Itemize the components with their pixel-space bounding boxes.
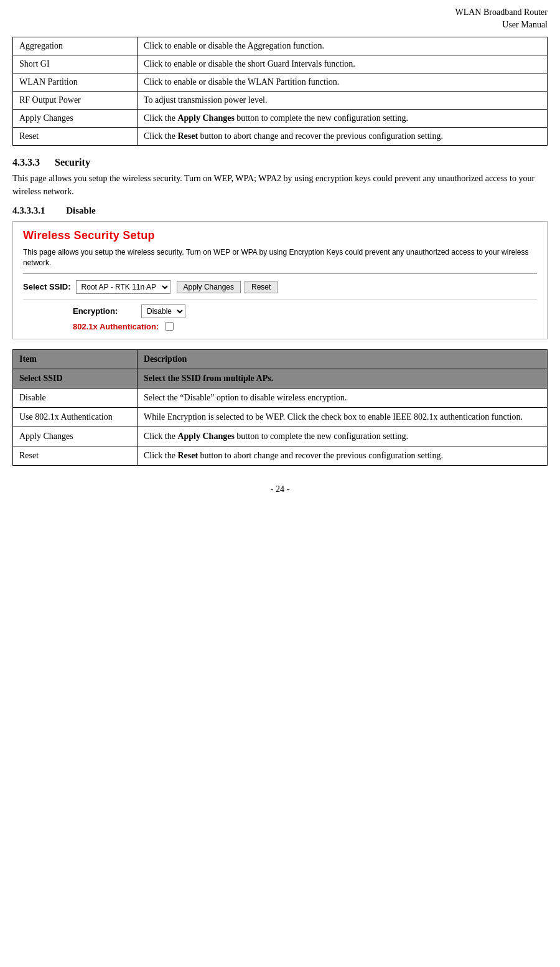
table-desc-cell: To adjust transmission power level.	[138, 92, 548, 110]
wss-reset-button[interactable]: Reset	[245, 281, 278, 293]
header-line2: User Manual	[502, 20, 548, 29]
table-item-cell: Reset	[13, 128, 138, 146]
table-desc-cell: While Encryption is selected to be WEP. …	[138, 407, 548, 427]
table-row: ResetClick the Reset button to abort cha…	[13, 446, 548, 465]
table-item-cell: Select SSID	[13, 369, 138, 388]
table-desc-cell: Select the SSID from multiple APs.	[138, 369, 548, 388]
page-header: WLAN Broadband Router User Manual	[12, 6, 548, 31]
table-row: Apply ChangesClick the Apply Changes but…	[13, 110, 548, 128]
section-4331-heading: 4.3.3.3.1 Disable	[12, 205, 548, 216]
table-item-cell: Apply Changes	[13, 427, 138, 446]
table-item-cell: Reset	[13, 446, 138, 465]
header-line1: WLAN Broadband Router	[455, 7, 548, 17]
wss-encryption-select[interactable]: Disable	[141, 304, 185, 318]
table-row: Short GIClick to enable or disable the s…	[13, 55, 548, 73]
table-desc-cell: Select the “Disable” option to disable w…	[138, 388, 548, 407]
table-desc-cell: Click to enable or disable the WLAN Part…	[138, 73, 548, 92]
table-desc-cell: Click to enable or disable the short Gua…	[138, 55, 548, 73]
wss-ssid-select[interactable]: Root AP - RTK 11n AP	[76, 280, 170, 294]
table-row: ResetClick the Reset button to abort cha…	[13, 128, 548, 146]
table-row: RF Output PowerTo adjust transmission po…	[13, 92, 548, 110]
table-desc-cell: Click to enable or disable the Aggregati…	[138, 37, 548, 55]
bottom-table-header-col2: Description	[138, 349, 548, 369]
table-desc-cell: Click the Apply Changes button to comple…	[138, 110, 548, 128]
table-desc-cell: Click the Reset button to abort change a…	[138, 128, 548, 146]
table-item-cell: Aggregation	[13, 37, 138, 55]
table-row: Use 802.1x AuthenticationWhile Encryptio…	[13, 407, 548, 427]
bottom-table-header-col1: Item	[13, 349, 138, 369]
page-number: - 24 -	[12, 484, 548, 494]
wss-encryption-row: Encryption: Disable	[23, 304, 537, 318]
wss-apply-button[interactable]: Apply Changes	[177, 281, 241, 293]
wss-select-ssid-label: Select SSID:	[23, 282, 71, 291]
table-row: AggregationClick to enable or disable th…	[13, 37, 548, 55]
top-table: AggregationClick to enable or disable th…	[12, 37, 548, 146]
table-desc-cell: Click the Apply Changes button to comple…	[138, 427, 548, 446]
section-433-heading: 4.3.3.3 Security	[12, 157, 548, 168]
bottom-table: Item Description Select SSIDSelect the S…	[12, 349, 548, 466]
table-item-cell: Use 802.1x Authentication	[13, 407, 138, 427]
table-item-cell: Disable	[13, 388, 138, 407]
section-4331-number: 4.3.3.3.1	[12, 205, 45, 215]
table-item-cell: WLAN Partition	[13, 73, 138, 92]
table-item-cell: RF Output Power	[13, 92, 138, 110]
wireless-security-setup-box: Wireless Security Setup This page allows…	[12, 221, 548, 339]
section-4331-title: Disable	[66, 205, 96, 215]
wss-auth-label: 802.1x Authentication:	[73, 322, 159, 331]
wss-ssid-row: Select SSID: Root AP - RTK 11n AP Apply …	[23, 280, 537, 300]
wss-auth-row: 802.1x Authentication:	[23, 322, 537, 331]
wss-title: Wireless Security Setup	[23, 229, 537, 242]
section-433-body: This page allows you setup the wireless …	[12, 172, 548, 198]
table-row: Apply ChangesClick the Apply Changes but…	[13, 427, 548, 446]
bottom-table-header-row: Item Description	[13, 349, 548, 369]
table-desc-cell: Click the Reset button to abort change a…	[138, 446, 548, 465]
section-433-number: 4.3.3.3	[12, 157, 40, 167]
wss-auth-checkbox[interactable]	[165, 322, 174, 331]
table-item-cell: Short GI	[13, 55, 138, 73]
section-433-title: Security	[55, 157, 90, 167]
wss-encryption-label: Encryption:	[73, 306, 129, 316]
table-row: DisableSelect the “Disable” option to di…	[13, 388, 548, 407]
table-row: WLAN PartitionClick to enable or disable…	[13, 73, 548, 92]
wss-description: This page allows you setup the wireless …	[23, 247, 537, 274]
table-item-cell: Apply Changes	[13, 110, 138, 128]
table-row: Select SSIDSelect the SSID from multiple…	[13, 369, 548, 388]
